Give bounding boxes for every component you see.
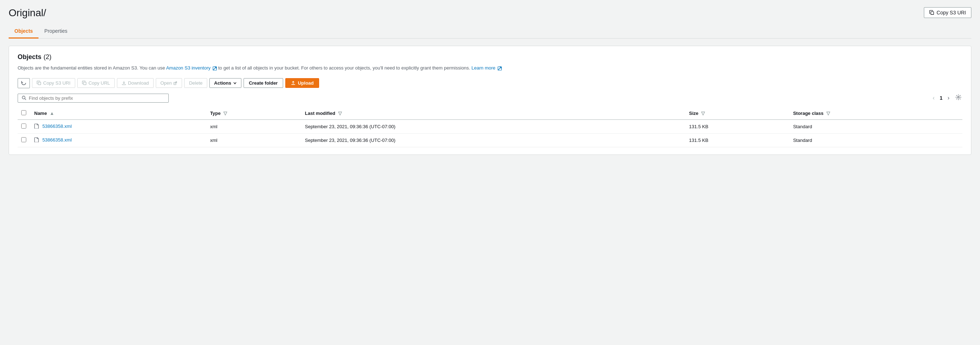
row-type-cell: xml [207,120,301,134]
table-row: 53866358.xml xml September 23, 2021, 09:… [18,133,963,147]
search-row: ‹ 1 › [18,93,963,103]
actions-chevron-icon [233,81,237,85]
last-modified-sort-icon: ▽ [338,110,342,116]
learn-more-link[interactable]: Learn more [472,65,502,70]
open-external-icon [173,81,177,85]
row-checkbox-cell [18,133,30,147]
row-name-cell: 53866358.xml [30,120,207,134]
th-storage-class[interactable]: Storage class ▽ [789,107,963,120]
pagination-next-button[interactable]: › [945,94,951,102]
tab-properties[interactable]: Properties [38,24,73,38]
tabs-container: Objects Properties [9,24,971,38]
table-header-row: Name ▲ Type ▽ Last modified ▽ Size ▽ [18,107,963,120]
tab-objects[interactable]: Objects [9,24,38,38]
open-button[interactable]: Open [156,78,182,88]
card-count: (2) [43,53,51,61]
storage-class-sort-icon: ▽ [826,110,830,116]
svg-rect-3 [38,82,41,85]
row-last-modified-cell: September 23, 2021, 09:36:36 (UTC-07:00) [301,133,685,147]
row-last-modified-cell: September 23, 2021, 09:36:36 (UTC-07:00) [301,120,685,134]
row-checkbox-1[interactable] [21,137,26,142]
card-description: Objects are the fundamental entities sto… [18,64,963,72]
row-storage-class-cell: Standard [789,133,963,147]
name-sort-icon: ▲ [50,110,54,116]
type-sort-icon: ▽ [223,110,227,116]
size-sort-icon: ▽ [701,110,705,116]
svg-rect-4 [83,82,86,85]
file-icon [34,137,39,143]
upload-icon [291,81,296,86]
table-row: 53866358.xml xml September 23, 2021, 09:… [18,120,963,134]
file-icon [34,123,39,129]
th-last-modified[interactable]: Last modified ▽ [301,107,685,120]
row-name-cell: 53866358.xml [30,133,207,147]
external-link-icon-2 [498,66,502,70]
upload-button[interactable]: Upload [285,78,319,88]
objects-table: Name ▲ Type ▽ Last modified ▽ Size ▽ [18,107,963,147]
select-all-th [18,107,30,120]
th-size[interactable]: Size ▽ [685,107,789,120]
page-title: Original/ [9,7,46,19]
copy-icon-sm [37,81,41,85]
row-size-cell: 131.5 KB [685,120,789,134]
row-checkbox-0[interactable] [21,123,26,129]
page-number: 1 [940,95,943,101]
copy-url-icon [82,81,87,85]
copy-s3-uri-header-button[interactable]: Copy S3 URI [924,7,971,18]
search-icon [22,96,27,101]
row-name-link[interactable]: 53866358.xml [43,137,72,143]
toolbar: Copy S3 URI Copy URL Download Open [18,78,963,88]
refresh-icon [21,80,27,86]
delete-button[interactable]: Delete [184,78,207,88]
svg-rect-0 [931,11,934,14]
row-storage-class-cell: Standard [789,120,963,134]
table-settings-button[interactable] [955,93,963,103]
page-container: Original/ Copy S3 URI Objects Properties… [0,0,980,345]
copy-icon [929,10,934,15]
row-size-cell: 131.5 KB [685,133,789,147]
pagination-prev-button[interactable]: ‹ [931,94,937,102]
external-link-icon [213,66,217,70]
select-all-checkbox[interactable] [21,110,26,115]
search-box-container [18,94,169,103]
card-header: Objects (2) [18,53,963,61]
refresh-button[interactable] [18,78,30,88]
svg-rect-6 [291,84,295,85]
row-checkbox-cell [18,120,30,134]
copy-s3-uri-button[interactable]: Copy S3 URI [32,78,75,88]
pagination-controls: ‹ 1 › [931,93,963,103]
th-type[interactable]: Type ▽ [207,107,301,120]
download-icon [122,81,126,85]
search-input[interactable] [29,96,165,101]
actions-button[interactable]: Actions [209,78,242,88]
amazon-s3-inventory-link[interactable]: Amazon S3 inventory [166,65,218,70]
download-button[interactable]: Download [117,78,154,88]
create-folder-button[interactable]: Create folder [243,78,283,88]
main-card: Objects (2) Objects are the fundamental … [9,46,971,155]
th-name[interactable]: Name ▲ [30,107,207,120]
card-title: Objects [18,53,41,61]
row-name-link[interactable]: 53866358.xml [43,123,72,129]
page-header: Original/ Copy S3 URI [9,7,971,19]
row-type-cell: xml [207,133,301,147]
copy-url-button[interactable]: Copy URL [77,78,115,88]
svg-point-8 [958,96,959,98]
settings-icon [955,94,962,101]
